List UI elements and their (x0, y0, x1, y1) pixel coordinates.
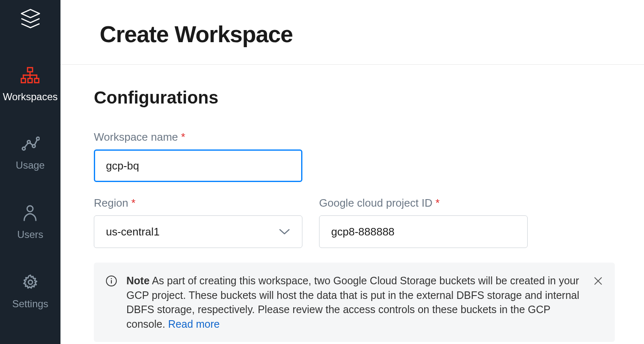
svg-line-15 (35, 140, 37, 145)
chevron-down-icon (279, 225, 290, 238)
svg-rect-0 (28, 68, 33, 72)
sidebar-item-label: Usage (16, 159, 45, 171)
region-group: Region * us-central1 (94, 197, 302, 248)
required-asterisk: * (181, 131, 185, 143)
sidebar-item-users[interactable]: Users (17, 205, 43, 240)
note-block: Note As part of creating this workspace,… (94, 263, 615, 342)
note-body: Note As part of creating this workspace,… (126, 273, 584, 331)
workspace-name-input[interactable] (94, 149, 302, 182)
region-label: Region * (94, 197, 302, 210)
svg-point-17 (28, 280, 33, 284)
required-asterisk: * (131, 197, 136, 209)
region-select[interactable]: us-central1 (94, 215, 302, 248)
project-id-input[interactable] (319, 215, 528, 248)
usage-icon (21, 136, 40, 154)
workspaces-icon (20, 67, 40, 85)
sidebar-item-label: Workspaces (3, 91, 58, 103)
required-asterisk: * (435, 197, 440, 209)
sidebar-item-usage[interactable]: Usage (16, 136, 45, 171)
sidebar: Workspaces Usage Users (0, 0, 60, 344)
sidebar-item-label: Users (17, 229, 43, 240)
sidebar-item-workspaces[interactable]: Workspaces (3, 67, 58, 103)
close-icon[interactable] (593, 275, 603, 290)
svg-rect-7 (28, 78, 32, 83)
svg-line-14 (30, 143, 33, 145)
section-title: Configurations (94, 88, 615, 108)
workspace-name-label: Workspace name * (94, 131, 302, 144)
region-value: us-central1 (106, 225, 160, 238)
page-title: Create Workspace (94, 21, 615, 48)
gear-icon (22, 274, 39, 292)
svg-rect-6 (21, 78, 25, 83)
svg-point-16 (27, 206, 33, 212)
sidebar-item-label: Settings (12, 298, 48, 310)
svg-rect-8 (35, 78, 39, 83)
divider (60, 64, 644, 65)
main-content: Create Workspace Configurations Workspac… (60, 0, 644, 344)
svg-point-19 (111, 278, 112, 279)
note-bold: Note (126, 275, 150, 286)
logo-icon (18, 8, 43, 33)
svg-line-13 (25, 143, 28, 147)
info-icon (106, 275, 117, 291)
project-id-group: Google cloud project ID * (319, 197, 528, 248)
sidebar-item-settings[interactable]: Settings (12, 274, 48, 310)
read-more-link[interactable]: Read more (168, 318, 220, 330)
users-icon (23, 205, 38, 223)
project-id-label: Google cloud project ID * (319, 197, 528, 210)
workspace-name-group: Workspace name * (94, 131, 302, 182)
